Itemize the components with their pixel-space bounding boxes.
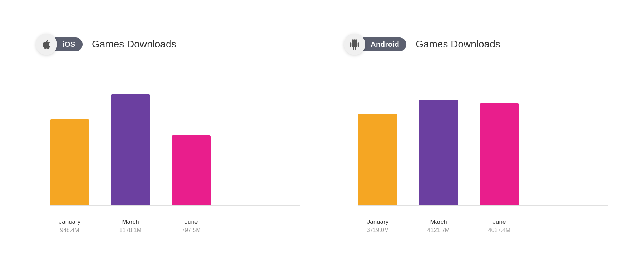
android-chart-section: Android Games Downloads bbox=[330, 23, 623, 244]
ios-section-title: Games Downloads bbox=[92, 39, 177, 50]
android-label-march: March 4121.7M bbox=[419, 218, 458, 233]
android-month-january: January bbox=[367, 218, 388, 226]
ios-bar-june bbox=[172, 135, 211, 205]
apple-icon bbox=[41, 39, 52, 50]
ios-label-january: January 948.4M bbox=[50, 218, 89, 233]
ios-label-text: iOS bbox=[63, 40, 75, 48]
android-section-title: Games Downloads bbox=[416, 39, 500, 50]
android-month-june: June bbox=[493, 218, 506, 226]
ios-bar-january bbox=[50, 119, 89, 205]
ios-bar-group-march bbox=[111, 94, 150, 205]
android-value-june: 4027.4M bbox=[488, 227, 510, 233]
android-value-january: 3719.0M bbox=[367, 227, 389, 233]
ios-baseline bbox=[50, 205, 300, 206]
android-label-june: June 4027.4M bbox=[480, 218, 519, 233]
android-value-march: 4121.7M bbox=[427, 227, 450, 233]
android-labels-container: January 3719.0M March 4121.7M June 4027.… bbox=[344, 218, 608, 233]
ios-month-january: January bbox=[59, 218, 80, 226]
section-divider bbox=[322, 23, 322, 244]
android-badge: Android bbox=[344, 34, 406, 55]
page-container: iOS Games Downloads bbox=[0, 9, 644, 258]
ios-chart-area: January 948.4M March 1178.1M June 797.5M bbox=[36, 69, 300, 233]
android-bar-june bbox=[480, 103, 519, 205]
ios-month-june: June bbox=[185, 218, 198, 226]
ios-value-june: 797.5M bbox=[182, 227, 200, 233]
android-bars-container bbox=[344, 69, 608, 205]
android-label-january: January 3719.0M bbox=[358, 218, 397, 233]
ios-badge: iOS bbox=[36, 34, 83, 55]
android-label-text: Android bbox=[371, 40, 399, 48]
android-icon-circle bbox=[344, 34, 365, 55]
ios-bar-group-january bbox=[50, 119, 89, 205]
android-bar-january bbox=[358, 114, 397, 205]
ios-value-march: 1178.1M bbox=[119, 227, 142, 233]
android-bar-group-january bbox=[358, 114, 397, 205]
ios-header: iOS Games Downloads bbox=[36, 34, 300, 55]
ios-labels-container: January 948.4M March 1178.1M June 797.5M bbox=[36, 218, 300, 233]
android-bar-group-june bbox=[480, 103, 519, 205]
android-header: Android Games Downloads bbox=[344, 34, 608, 55]
android-platform-label: Android bbox=[360, 37, 406, 51]
ios-value-january: 948.4M bbox=[60, 227, 79, 233]
ios-label-march: March 1178.1M bbox=[111, 218, 150, 233]
android-bar-march bbox=[419, 100, 458, 205]
android-icon bbox=[349, 39, 360, 50]
ios-month-march: March bbox=[122, 218, 139, 226]
ios-bar-march bbox=[111, 94, 150, 205]
android-chart-area: January 3719.0M March 4121.7M June 4027.… bbox=[344, 69, 608, 233]
ios-label-june: June 797.5M bbox=[172, 218, 211, 233]
ios-chart-section: iOS Games Downloads bbox=[21, 23, 314, 244]
android-bar-group-march bbox=[419, 100, 458, 205]
android-month-march: March bbox=[430, 218, 447, 226]
android-baseline bbox=[358, 205, 608, 206]
ios-icon-circle bbox=[36, 34, 57, 55]
ios-bars-container bbox=[36, 69, 300, 205]
ios-bar-group-june bbox=[172, 135, 211, 205]
